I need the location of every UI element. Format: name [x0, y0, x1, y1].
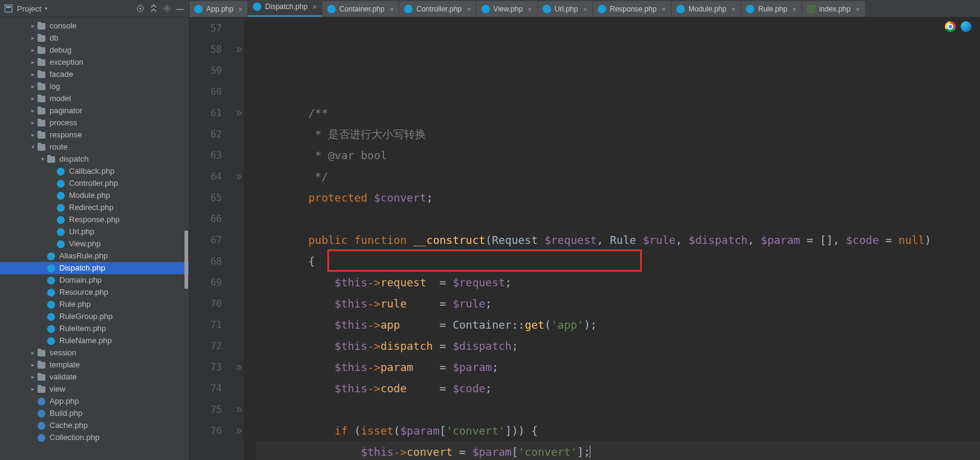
code-line[interactable]: $this->code = $code; — [256, 378, 980, 399]
editor-tab[interactable]: index.php× — [802, 1, 865, 17]
folder-item[interactable]: ▸response — [0, 129, 189, 141]
fold-toggle-icon[interactable] — [235, 427, 243, 435]
close-tab-icon[interactable]: × — [855, 5, 860, 14]
folder-item[interactable]: ▸template — [0, 359, 189, 371]
editor-tab[interactable]: Rule.php× — [741, 1, 802, 17]
file-item[interactable]: Redirect.php — [0, 202, 189, 214]
file-item[interactable]: Dispatch.php — [0, 262, 189, 274]
tree-arrow-icon[interactable] — [48, 189, 56, 202]
folder-item[interactable]: ▸debug — [0, 44, 189, 56]
tree-arrow-icon[interactable]: ▸ — [29, 44, 36, 56]
gear-icon[interactable] — [162, 4, 172, 13]
tree-arrow-icon[interactable]: ▸ — [29, 129, 36, 141]
editor-tab[interactable]: Module.php× — [671, 1, 740, 17]
tree-arrow-icon[interactable] — [29, 395, 36, 407]
project-dropdown[interactable]: Project ▾ — [17, 4, 48, 13]
file-item[interactable]: Domain.php — [0, 274, 189, 286]
file-item[interactable]: RuleName.php — [0, 335, 189, 347]
folder-item[interactable]: ▾dispatch — [0, 153, 189, 165]
folder-item[interactable]: ▸log — [0, 80, 189, 93]
tree-arrow-icon[interactable] — [39, 335, 46, 347]
tree-arrow-icon[interactable] — [48, 238, 56, 250]
tree-arrow-icon[interactable]: ▸ — [29, 68, 36, 80]
code-line[interactable]: public function __construct(Request $req… — [256, 229, 980, 251]
chrome-icon[interactable] — [945, 21, 956, 32]
tree-arrow-icon[interactable]: ▾ — [39, 153, 46, 165]
file-item[interactable]: Callback.php — [0, 165, 189, 177]
locate-icon[interactable] — [136, 4, 145, 13]
close-tab-icon[interactable]: × — [528, 5, 532, 14]
tree-arrow-icon[interactable] — [39, 323, 46, 335]
close-tab-icon[interactable]: × — [312, 2, 317, 12]
fold-toggle-icon[interactable] — [235, 364, 243, 371]
folder-item[interactable]: ▸view — [0, 383, 189, 395]
tree-arrow-icon[interactable] — [48, 177, 56, 189]
tree-arrow-icon[interactable]: ▸ — [29, 347, 36, 359]
code-line[interactable]: */ — [256, 166, 980, 187]
close-tab-icon[interactable]: × — [792, 5, 797, 14]
tree-arrow-icon[interactable]: ▸ — [29, 383, 36, 395]
file-item[interactable]: RuleItem.php — [0, 323, 189, 335]
editor-tab[interactable]: Container.php× — [322, 1, 399, 17]
scrollbar-thumb[interactable] — [185, 231, 188, 289]
file-item[interactable]: Module.php — [0, 189, 189, 202]
close-tab-icon[interactable]: × — [466, 5, 471, 14]
code-content[interactable]: /** * 是否进行大小写转换 * @var bool */ protected… — [244, 18, 980, 460]
folder-item[interactable]: ▾route — [0, 141, 189, 153]
code-line[interactable]: if (isset($param['convert'])) { — [256, 420, 980, 441]
folder-item[interactable]: ▸session — [0, 347, 189, 359]
tree-arrow-icon[interactable]: ▾ — [29, 141, 36, 153]
tree-arrow-icon[interactable]: ▸ — [29, 117, 36, 129]
editor-tab[interactable]: Url.php× — [538, 1, 592, 17]
fold-toggle-icon[interactable] — [235, 406, 243, 413]
file-item[interactable]: Resource.php — [0, 286, 189, 298]
code-viewport[interactable]: 5758596061626364656667686970717273747576… — [189, 18, 980, 460]
tree-arrow-icon[interactable] — [29, 419, 36, 432]
code-line[interactable]: $this->dispatch = $dispatch; — [256, 335, 980, 356]
tree-arrow-icon[interactable]: ▸ — [29, 56, 36, 68]
tree-arrow-icon[interactable] — [48, 202, 56, 214]
edge-icon[interactable] — [961, 21, 972, 32]
close-tab-icon[interactable]: × — [731, 5, 736, 14]
tree-arrow-icon[interactable] — [48, 165, 56, 177]
code-line[interactable]: $this->app = Container::get('app'); — [256, 314, 980, 335]
tree-arrow-icon[interactable]: ▸ — [29, 32, 36, 44]
tree-arrow-icon[interactable] — [29, 432, 36, 444]
close-tab-icon[interactable]: × — [583, 5, 587, 14]
editor-tab[interactable]: Response.php× — [593, 1, 671, 17]
file-item[interactable]: Url.php — [0, 226, 189, 238]
tree-arrow-icon[interactable]: ▸ — [29, 20, 36, 32]
folder-item[interactable]: ▸console — [0, 20, 189, 32]
fold-toggle-icon[interactable] — [235, 46, 243, 53]
close-tab-icon[interactable]: × — [661, 5, 666, 14]
code-line[interactable]: * @var bool — [256, 145, 980, 166]
code-line[interactable]: $this->rule = $rule; — [256, 293, 980, 314]
tree-arrow-icon[interactable] — [39, 262, 46, 274]
close-tab-icon[interactable]: × — [238, 5, 243, 14]
editor-tab[interactable]: App.php× — [189, 1, 247, 17]
folder-item[interactable]: ▸process — [0, 117, 189, 129]
file-item[interactable]: Response.php — [0, 214, 189, 226]
code-line[interactable]: $this->convert = $param['convert']; — [256, 441, 980, 460]
fold-toggle-icon[interactable] — [235, 110, 243, 117]
code-line[interactable] — [256, 399, 980, 420]
code-line[interactable]: * 是否进行大小写转换 — [256, 123, 980, 145]
tree-arrow-icon[interactable]: ▸ — [29, 105, 36, 117]
file-item[interactable]: AliasRule.php — [0, 250, 189, 262]
hide-icon[interactable]: — — [175, 4, 185, 13]
tree-arrow-icon[interactable] — [39, 250, 46, 262]
file-item[interactable]: App.php — [0, 395, 189, 407]
folder-item[interactable]: ▸facade — [0, 68, 189, 80]
file-item[interactable]: Rule.php — [0, 298, 189, 310]
fold-toggle-icon[interactable] — [235, 173, 243, 180]
file-item[interactable]: Controller.php — [0, 177, 189, 189]
code-line[interactable]: /** — [256, 102, 980, 123]
tree-arrow-icon[interactable] — [39, 274, 46, 286]
editor-tab[interactable]: Dispatch.php× — [248, 0, 322, 17]
file-item[interactable]: View.php — [0, 238, 189, 250]
tree-arrow-icon[interactable] — [29, 407, 36, 419]
code-line[interactable] — [256, 208, 980, 229]
file-item[interactable]: Cache.php — [0, 419, 189, 432]
folder-item[interactable]: ▸validate — [0, 371, 189, 383]
tree-arrow-icon[interactable] — [39, 286, 46, 298]
